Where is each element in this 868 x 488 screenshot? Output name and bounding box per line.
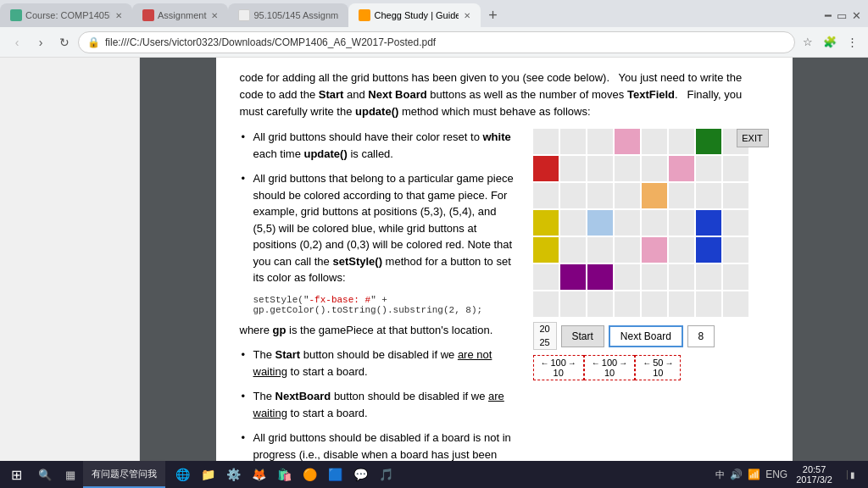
grid-cell-6-5[interactable]	[669, 291, 694, 317]
grid-cell-5-0[interactable]	[533, 264, 559, 290]
tab-chegg[interactable]: Chegg Study | Guided ✕	[348, 3, 481, 27]
grid-cell-3-3[interactable]	[615, 210, 640, 236]
grid-cell-0-3[interactable]	[615, 129, 640, 154]
taskbar-icon-edge[interactable]: 🌐	[170, 463, 194, 486]
grid-cell-6-3[interactable]	[615, 291, 640, 317]
grid-cell-1-0[interactable]	[533, 156, 559, 181]
exit-button[interactable]: EXIT	[737, 129, 769, 147]
taskbar-icon-explorer[interactable]: 📁	[196, 463, 220, 486]
grid-cell-2-7[interactable]	[723, 183, 748, 208]
grid-cell-3-0[interactable]	[533, 210, 559, 236]
start-button-taskbar[interactable]: ⊞	[0, 461, 32, 488]
grid-cell-2-4[interactable]	[642, 183, 667, 208]
tab-assignment[interactable]: Assignment ✕	[132, 3, 228, 27]
grid-cell-6-1[interactable]	[560, 291, 586, 317]
grid-cell-2-6[interactable]	[696, 183, 721, 208]
forward-button[interactable]: ›	[31, 32, 51, 53]
grid-cell-0-0[interactable]	[533, 129, 559, 154]
grid-cell-6-4[interactable]	[642, 291, 667, 317]
start-button[interactable]: Start	[561, 325, 604, 347]
grid-cell-5-1[interactable]	[560, 264, 586, 290]
grid-cell-1-2[interactable]	[587, 156, 613, 181]
grid-cell-2-2[interactable]	[587, 183, 613, 208]
taskbar-icon-wechat[interactable]: 💬	[348, 463, 372, 486]
grid-cell-5-7[interactable]	[723, 264, 748, 290]
grid-cell-2-1[interactable]	[560, 183, 586, 208]
taskbar-search[interactable]: 🔍	[32, 461, 58, 488]
content-wrapper: • All grid buttons should have their col…	[240, 129, 769, 461]
taskbar-icon-media[interactable]: 🎵	[374, 463, 398, 486]
tab-course[interactable]: Course: COMP1405B | ✕	[0, 3, 132, 27]
tab-assignment-close[interactable]: ✕	[211, 11, 218, 20]
restore-button[interactable]: ▭	[837, 9, 847, 22]
grid-cell-3-5[interactable]	[669, 210, 694, 236]
network-icon[interactable]: 📶	[748, 469, 760, 480]
grid-cell-1-7[interactable]	[723, 156, 748, 181]
grid-cell-3-4[interactable]	[642, 210, 667, 236]
tray-chinese[interactable]: 中	[715, 469, 725, 481]
address-bar[interactable]: 🔒 file:///C:/Users/victor0323/Downloads/…	[78, 31, 795, 53]
grid-cell-6-2[interactable]	[587, 291, 613, 317]
grid-cell-0-6[interactable]	[696, 129, 721, 154]
next-board-button[interactable]: Next Board	[609, 325, 683, 347]
grid-cell-6-6[interactable]	[696, 291, 721, 317]
grid-cell-4-4[interactable]	[642, 237, 667, 263]
show-desktop-button[interactable]: ▮	[841, 461, 861, 488]
game-controls: 20 25 Start Next Board 8	[533, 322, 769, 350]
reload-button[interactable]: ↻	[54, 32, 75, 53]
grid-cell-5-2[interactable]	[587, 264, 613, 290]
grid-cell-3-1[interactable]	[560, 210, 586, 236]
volume-icon[interactable]: 🔊	[730, 469, 743, 480]
grid-cell-1-4[interactable]	[642, 156, 667, 181]
back-button[interactable]: ‹	[7, 32, 27, 53]
taskbar-icon-store[interactable]: 🛍️	[272, 463, 296, 486]
bookmark-button[interactable]: ☆	[798, 33, 817, 52]
pdf-page: code for adding all the grid buttons has…	[216, 58, 793, 461]
grid-cell-5-4[interactable]	[642, 264, 667, 290]
grid-cell-5-5[interactable]	[669, 264, 694, 290]
grid-cell-4-3[interactable]	[615, 237, 640, 263]
minimize-button[interactable]: ━	[825, 9, 832, 22]
grid-cell-3-7[interactable]	[723, 210, 748, 236]
grid-cell-5-3[interactable]	[615, 264, 640, 290]
grid-cell-1-6[interactable]	[696, 156, 721, 181]
grid-cell-3-6[interactable]	[696, 210, 721, 236]
grid-cell-4-2[interactable]	[587, 237, 613, 263]
grid-cell-0-2[interactable]	[587, 129, 613, 154]
grid-cell-3-2[interactable]	[587, 210, 613, 236]
taskbar-app-main[interactable]: 有问题尽管问我	[83, 461, 165, 488]
grid-cell-1-5[interactable]	[669, 156, 694, 181]
grid-cell-5-6[interactable]	[696, 264, 721, 290]
grid-cell-0-4[interactable]	[642, 129, 667, 154]
grid-cell-2-3[interactable]	[615, 183, 640, 208]
grid-cell-1-1[interactable]	[560, 156, 586, 181]
grid-cell-0-5[interactable]	[669, 129, 694, 154]
clock[interactable]: 20:57 2017/3/2	[793, 464, 836, 485]
grid-cell-0-1[interactable]	[560, 129, 586, 154]
taskbar-icon-settings[interactable]: ⚙️	[221, 463, 245, 486]
tab-course-close[interactable]: ✕	[115, 11, 122, 20]
tab-chegg-close[interactable]: ✕	[464, 11, 470, 20]
grid-cell-4-7[interactable]	[723, 237, 748, 263]
grid-cell-6-0[interactable]	[533, 291, 559, 317]
grid-cell-2-0[interactable]	[533, 183, 559, 208]
new-tab-button[interactable]: +	[481, 3, 504, 27]
moves-spinner[interactable]: 20 25	[533, 322, 557, 350]
grid-cell-2-5[interactable]	[669, 183, 694, 208]
grid-cell-4-1[interactable]	[560, 237, 586, 263]
grid-cell-4-0[interactable]	[533, 237, 559, 263]
taskbar-icon-app2[interactable]: 🟦	[323, 463, 347, 486]
lock-icon: 🔒	[87, 36, 100, 48]
taskbar-icon-firefox[interactable]: 🦊	[247, 463, 270, 486]
extensions-button[interactable]: 🧩	[821, 33, 839, 52]
menu-button[interactable]: ⋮	[843, 33, 861, 52]
grid-cell-4-6[interactable]	[696, 237, 721, 263]
close-button[interactable]: ✕	[852, 9, 861, 22]
taskbar-icon-app1[interactable]: 🟠	[298, 463, 321, 486]
grid-cell-4-5[interactable]	[669, 237, 694, 263]
tab-pdf[interactable]: 95.105/145 Assignmer x	[228, 3, 348, 27]
grid-cell-6-7[interactable]	[723, 291, 748, 317]
grid-cell-1-3[interactable]	[615, 156, 640, 181]
taskbar-view[interactable]: ▦	[58, 461, 83, 488]
right-content: EXIT	[533, 129, 769, 461]
